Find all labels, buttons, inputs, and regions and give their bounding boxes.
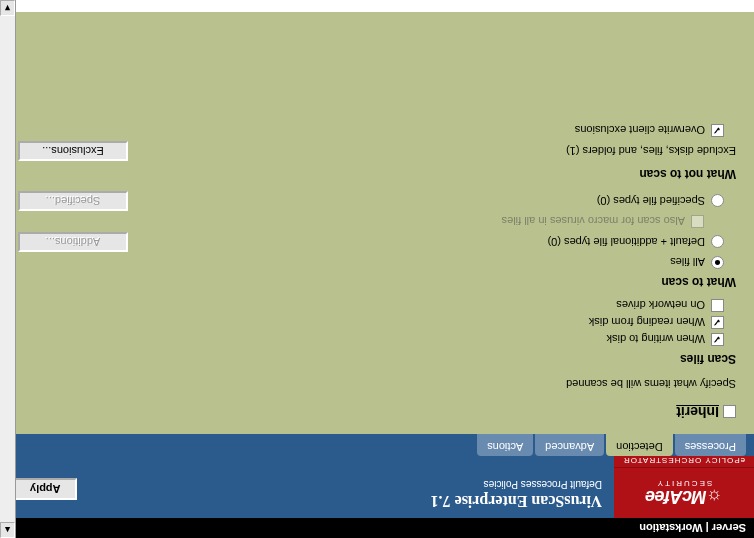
tab-detection[interactable]: Detection [606, 434, 672, 456]
window-titlebar: Server | Workstation [0, 518, 754, 538]
radio-default-additional[interactable] [711, 236, 724, 249]
chk-macro-scan [691, 215, 704, 228]
policy-subtitle: Default Processes Policies [12, 479, 602, 490]
apply-button[interactable]: Apply [14, 478, 77, 500]
panel-description: Specify what items will be scanned [18, 378, 736, 390]
brand-subtext: SECURITY [656, 479, 712, 488]
chk-network-drives[interactable] [711, 299, 724, 312]
radio-specified-types[interactable] [711, 195, 724, 208]
scroll-track[interactable] [0, 16, 15, 522]
header-title-area: VirusScan Enterprise 7.1 Default Process… [0, 456, 614, 518]
chk-reading-disk[interactable] [711, 316, 724, 329]
section-what-to-scan: What to scan [18, 275, 736, 289]
content-panel: Inherit Specify what items will be scann… [0, 12, 754, 434]
section-what-not-scan: What not to scan [18, 167, 736, 181]
section-scan-files: Scan files [18, 352, 736, 366]
scroll-up-button[interactable]: ▲ [0, 522, 15, 538]
lbl-exclude-items: Exclude disks, files, and folders (1) [566, 145, 736, 157]
vertical-scrollbar[interactable]: ▲ ▼ [0, 0, 16, 538]
radio-all-files[interactable] [711, 256, 724, 269]
inherit-checkbox[interactable] [723, 406, 736, 419]
exclusions-button[interactable]: Exclusions... [18, 141, 128, 161]
lbl-network-drives: On network drives [616, 300, 705, 312]
product-title: VirusScan Enterprise 7.1 [12, 492, 602, 510]
lbl-reading-disk: When reading from disk [589, 317, 705, 329]
lbl-default-additional: Default + additional file types (0) [548, 236, 705, 248]
additions-button: Additions... [18, 232, 128, 252]
chk-overwrite-exclusions[interactable] [711, 124, 724, 137]
brand-panel: ☼McAfee SECURITY [614, 468, 754, 518]
orchestrator-label: ePOLICY ORCHESTRATOR [614, 456, 754, 468]
brand-logo: ☼McAfee [645, 486, 722, 507]
specified-button: Specified... [18, 191, 128, 211]
tab-processes[interactable]: Processes [675, 434, 746, 456]
chk-writing-disk[interactable] [711, 333, 724, 346]
tab-actions[interactable]: Actions [477, 434, 533, 456]
lbl-all-files: All files [670, 257, 705, 269]
lbl-specified-types: Specified file types (0) [597, 195, 705, 207]
tab-advanced[interactable]: Advanced [535, 434, 604, 456]
lbl-writing-disk: When writing to disk [607, 334, 705, 346]
lbl-macro-scan: Also scan for macro viruses in all files [502, 216, 685, 228]
lbl-overwrite-exclusions: Overwrite client exclusions [575, 125, 705, 137]
tab-bar: Processes Detection Advanced Actions [0, 434, 754, 456]
inherit-label: Inherit [676, 404, 719, 420]
scroll-down-button[interactable]: ▼ [0, 0, 15, 16]
